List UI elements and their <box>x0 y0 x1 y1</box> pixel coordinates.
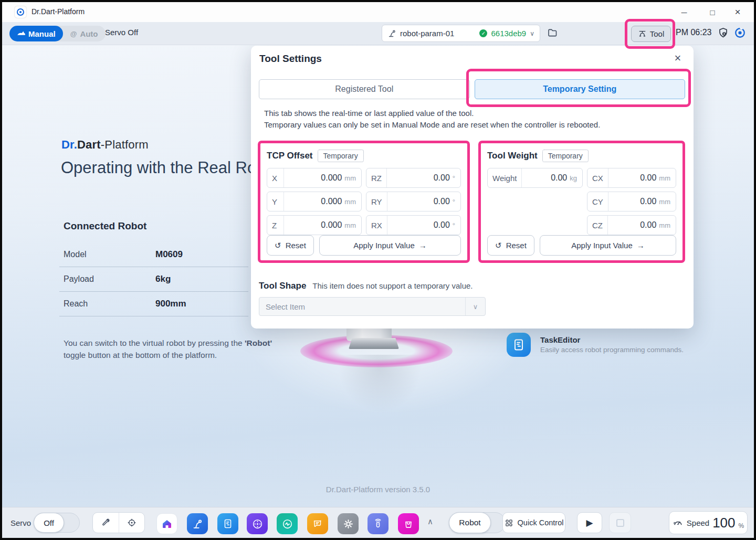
robot-virtual-toggle[interactable]: Robot <box>449 512 506 533</box>
auto-mode-button[interactable]: @ Auto <box>63 26 106 41</box>
version-text: Dr.Dart-Platform version 3.5.0 <box>2 485 754 494</box>
stop-icon <box>616 519 624 527</box>
virtual-robot-hint: You can switch to the virtual robot by p… <box>64 337 300 361</box>
tcp-z-input[interactable]: Z 0.000mm <box>267 215 362 235</box>
taskeditor-card[interactable]: TaskEditor Easily access robot programmi… <box>507 333 684 357</box>
robot-base-flange <box>349 338 399 349</box>
tool-shape-note: This item does not support a temporary v… <box>312 281 472 290</box>
tcp-offset-section: TCP Offset Temporary X 0.000mm RZ 0.00° … <box>258 141 470 263</box>
tcp-y-input[interactable]: Y 0.000mm <box>267 192 362 211</box>
dock-icon-store[interactable] <box>398 513 419 534</box>
tcp-reset-button[interactable]: ↺ Reset <box>267 235 314 256</box>
tool-button[interactable]: Tool <box>631 26 671 42</box>
jog-pad-icon <box>251 518 264 530</box>
reset-icon: ↺ <box>275 241 281 250</box>
minimize-button[interactable]: ─ <box>673 2 695 22</box>
weight-apply-button[interactable]: Apply Input Value → <box>540 235 676 256</box>
manual-mode-button[interactable]: Manual <box>9 26 63 41</box>
dock-icon-taskeditor[interactable] <box>217 513 238 534</box>
cx-input[interactable]: CX 0.00mm <box>587 168 676 188</box>
tool-shape-title: Tool Shape <box>259 281 306 291</box>
dock-icon-robot[interactable] <box>187 513 208 534</box>
apps-grid-icon <box>505 518 513 527</box>
dock-icon-remote[interactable] <box>368 513 388 534</box>
reset-icon: ↺ <box>495 241 502 250</box>
servo-label: Servo <box>10 518 31 527</box>
shopping-bag-icon <box>403 518 414 530</box>
open-folder-button[interactable] <box>547 27 558 38</box>
taskeditor-title: TaskEditor <box>540 335 684 344</box>
tool-utility-group <box>92 512 145 533</box>
dock-icon-log[interactable] <box>307 513 328 534</box>
tab-temporary-setting[interactable]: Temporary Setting <box>475 79 686 99</box>
connected-robot-table: Model M0609 Payload 6kg Reach 900mm <box>59 242 248 316</box>
tool-weight-title: Tool Weight <box>487 151 538 161</box>
turtle-icon: @ <box>70 30 77 38</box>
tcp-ry-input[interactable]: RY 0.00° <box>366 192 461 211</box>
tool-weight-section: Tool Weight Temporary Weight 0.00kg CX 0… <box>478 141 685 263</box>
modal-description: This tab shows the real-time or last app… <box>264 108 600 131</box>
safety-user-button[interactable] <box>717 27 729 39</box>
tcp-x-input[interactable]: X 0.000mm <box>267 168 362 188</box>
play-button[interactable]: ▶ <box>577 512 602 533</box>
modal-tabs: Registered Tool Temporary Setting <box>259 79 685 99</box>
cy-input[interactable]: CY 0.00mm <box>587 192 676 211</box>
dock-icon-home[interactable] <box>156 513 177 534</box>
temporary-badge: Temporary <box>542 150 589 162</box>
home-icon <box>161 517 173 530</box>
temporary-badge: Temporary <box>318 150 364 162</box>
chevron-down-icon: ∨ <box>465 298 485 315</box>
main-area: Dr.Dart-Platform Operating with the Real… <box>2 45 754 507</box>
taskeditor-icon <box>507 333 531 357</box>
rabbit-icon <box>17 30 25 37</box>
tcp-apply-button[interactable]: Apply Input Value → <box>319 235 461 256</box>
chevron-down-icon[interactable]: ∨ <box>530 30 534 37</box>
tool-shape-select[interactable]: Select Item ∨ <box>259 297 486 316</box>
dock-expand-chevron[interactable]: ∧ <box>427 517 433 526</box>
screenshot-frame: Dr.Dart-Platform ─ □ × Manual @ Auto Ser… <box>0 0 756 540</box>
modal-close-icon[interactable]: × <box>669 50 686 67</box>
robot-param-selector[interactable]: robot-param-01 ✓ 6613deb9 ∨ <box>382 25 540 42</box>
modal-title: Tool Settings <box>259 53 322 65</box>
maximize-button[interactable]: □ <box>701 2 723 22</box>
stop-button[interactable] <box>609 512 631 533</box>
robot-arm-icon <box>192 518 203 530</box>
speed-control[interactable]: Speed 100 % <box>669 511 748 534</box>
message-icon <box>312 518 323 530</box>
dock-icon-jog[interactable] <box>247 513 268 534</box>
speedometer-icon <box>673 517 684 528</box>
dart-target-button[interactable] <box>734 27 746 39</box>
tab-registered-tool[interactable]: Registered Tool <box>259 79 470 99</box>
table-row: Reach 900mm <box>59 292 248 316</box>
quick-control-button[interactable]: Quick Control <box>502 512 565 533</box>
jog-move-button[interactable] <box>119 513 145 533</box>
tcp-offset-title: TCP Offset <box>267 151 313 161</box>
taskeditor-subtitle: Easily access robot programming commands… <box>540 346 684 354</box>
mode-segmented-control: Manual @ Auto <box>9 26 106 41</box>
wrench-button[interactable] <box>93 513 119 533</box>
weight-input[interactable]: Weight 0.00kg <box>487 168 583 188</box>
cz-input[interactable]: CZ 0.00mm <box>587 215 676 235</box>
table-row: Payload 6kg <box>59 267 248 292</box>
hero-heading: Operating with the Real Ro <box>61 158 256 177</box>
tcp-rx-input[interactable]: RX 0.00° <box>366 215 461 235</box>
tcp-rz-input[interactable]: RZ 0.00° <box>366 168 461 188</box>
servo-toggle[interactable]: Off <box>34 513 80 533</box>
servo-status-text: Servo Off <box>105 28 138 37</box>
close-button[interactable]: × <box>727 2 749 22</box>
arrow-right-icon: → <box>419 241 427 250</box>
commit-id: 6613deb9 <box>491 29 526 38</box>
dock-icon-monitoring[interactable] <box>277 513 298 534</box>
window-title: Dr.Dart-Platform <box>32 7 85 16</box>
arrow-right-icon: → <box>637 241 645 250</box>
table-row: Model M0609 <box>59 242 248 267</box>
dock-icon-settings[interactable] <box>338 513 359 534</box>
weight-reset-button[interactable]: ↺ Reset <box>487 235 534 256</box>
drdart-logo: Dr.Dart-Platform <box>61 138 149 152</box>
connected-robot-title: Connected Robot <box>64 220 146 232</box>
title-bar: Dr.Dart-Platform ─ □ × <box>2 2 754 22</box>
pulse-icon <box>281 518 293 530</box>
gear-icon <box>342 518 354 530</box>
app-logo-icon <box>15 6 26 18</box>
tool-gripper-icon <box>638 29 647 38</box>
